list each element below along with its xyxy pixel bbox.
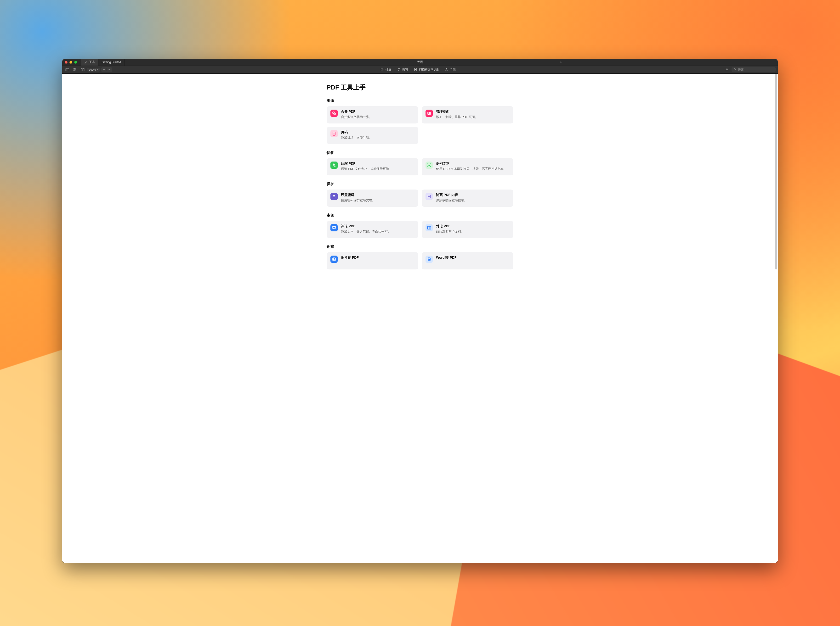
zoom-out-button[interactable]: − [101, 67, 107, 72]
share-button[interactable] [724, 67, 730, 72]
page-layout-button[interactable] [80, 67, 86, 72]
new-tab-button[interactable] [558, 60, 563, 65]
card-description: 使用 OCR 文本识别拷贝、搜索、高亮已扫描文本。 [436, 167, 507, 171]
svg-rect-20 [427, 226, 429, 229]
word-icon [425, 255, 433, 263]
search-input[interactable] [738, 68, 774, 71]
tool-card[interactable]: 对比 PDF两边对照两个文档。 [422, 221, 513, 238]
pages-icon [425, 110, 433, 117]
card-title: Word 转 PDF [436, 255, 456, 260]
page-title: PDF 工具上手 [327, 83, 513, 92]
content-area: PDF 工具上手 组织合并 PDF合并多张文档为一张。管理页面添加、删除、重排 … [62, 74, 778, 563]
svg-rect-14 [429, 112, 430, 114]
export-button[interactable]: 导出 [445, 67, 456, 72]
svg-rect-1 [74, 69, 74, 69]
card-body: 设置密码使用密码保护敏感文档。 [341, 193, 375, 203]
svg-rect-22 [333, 258, 336, 261]
tool-card[interactable]: 隐藏 PDF 内容涂黑或擦除敏感信息。 [422, 189, 513, 207]
scrollbar[interactable] [775, 74, 777, 562]
ocr-icon [425, 161, 433, 169]
merge-icon [330, 110, 338, 117]
card-description: 两边对照两个文档。 [436, 230, 464, 234]
svg-rect-3 [74, 70, 74, 71]
card-description: 涂黑或擦除敏感信息。 [436, 198, 467, 202]
tools-page: PDF 工具上手 组织合并 PDF合并多张文档为一张。管理页面添加、删除、重排 … [322, 74, 518, 279]
svg-rect-17 [333, 164, 335, 166]
sidebar-toggle-button[interactable] [64, 67, 71, 72]
section-title: 审阅 [327, 213, 513, 218]
scrollbar-thumb[interactable] [775, 74, 777, 269]
zoom-value: 100% [89, 68, 96, 71]
section-title: 优化 [327, 150, 513, 155]
compress-icon [330, 161, 338, 169]
card-description: 添加文本、嵌入笔记、在白边书写。 [341, 230, 391, 234]
toolbar-label: 扫描和文本识别 [419, 67, 439, 72]
card-description: 添加目录，方便导航。 [341, 135, 372, 140]
svg-rect-13 [428, 112, 429, 114]
card-title: 图片转 PDF [341, 255, 359, 260]
section-title: 组织 [327, 99, 513, 103]
svg-rect-9 [726, 70, 728, 71]
tab-strip: 工具 Getting Started [81, 59, 125, 66]
card-body: 隐藏 PDF 内容涂黑或擦除敏感信息。 [436, 193, 467, 203]
tool-card[interactable]: 管理页面添加、删除、重排 PDF 页面。 [422, 106, 513, 124]
export-icon [445, 68, 449, 72]
app-window: 工具 Getting Started 无题 100% ▾ [62, 59, 778, 563]
chevron-down-icon: ▾ [97, 69, 98, 71]
tool-card[interactable]: 3页码添加目录，方便导航。 [327, 127, 418, 144]
zoom-in-button[interactable]: + [107, 67, 112, 72]
tool-card[interactable]: Word 转 PDF [422, 252, 513, 269]
svg-rect-21 [429, 226, 431, 229]
card-title: 对比 PDF [436, 224, 464, 228]
minimize-window-button[interactable] [69, 61, 72, 64]
card-body: 图片转 PDF [341, 255, 359, 266]
scan-ocr-button[interactable]: 扫描和文本识别 [414, 67, 439, 72]
section-title: 保护 [327, 182, 513, 187]
card-body: 评论 PDF添加文本、嵌入笔记、在白边书写。 [341, 224, 391, 234]
edit-button[interactable]: 编辑 [397, 67, 408, 72]
svg-point-23 [333, 258, 334, 259]
svg-point-10 [734, 69, 736, 70]
card-title: 隐藏 PDF 内容 [436, 193, 467, 197]
tool-card[interactable]: 合并 PDF合并多张文档为一张。 [327, 106, 418, 124]
tool-card[interactable]: 识别文本使用 OCR 文本识别拷贝、搜索、高亮已扫描文本。 [422, 158, 513, 175]
titlebar: 工具 Getting Started 无题 [62, 59, 778, 66]
tools-icon [84, 61, 88, 64]
tool-card[interactable]: 压缩 PDF压缩 PDF 文件大小，多种质量可选。 [327, 158, 418, 175]
card-body: 管理页面添加、删除、重排 PDF 页面。 [436, 110, 478, 120]
svg-rect-5 [81, 69, 82, 71]
annotate-button[interactable]: 批注 [380, 67, 391, 72]
toolbar-label: 批注 [386, 67, 391, 72]
close-window-button[interactable] [64, 61, 68, 64]
zoom-select[interactable]: 100% ▾ [87, 68, 100, 72]
scan-icon [414, 68, 418, 72]
thumbnails-button[interactable] [72, 67, 78, 72]
tool-card[interactable]: 设置密码使用密码保护敏感文档。 [327, 189, 418, 207]
tab-label: 工具 [89, 60, 95, 64]
tab-label: Getting Started [102, 61, 121, 64]
svg-text:3: 3 [334, 133, 334, 135]
card-grid: 压缩 PDF压缩 PDF 文件大小，多种质量可选。识别文本使用 OCR 文本识别… [327, 158, 513, 175]
svg-rect-6 [83, 69, 84, 71]
comment-icon [330, 224, 338, 232]
tab-tools[interactable]: 工具 [81, 59, 99, 66]
redact-icon [425, 193, 433, 200]
tool-card[interactable]: 图片转 PDF [327, 252, 418, 269]
search-icon [733, 68, 736, 71]
card-title: 评论 PDF [341, 224, 391, 228]
tool-card[interactable]: 评论 PDF添加文本、嵌入笔记、在白边书写。 [327, 221, 418, 238]
card-grid: 合并 PDF合并多张文档为一张。管理页面添加、删除、重排 PDF 页面。3页码添… [327, 106, 513, 144]
compare-icon [425, 224, 433, 232]
card-description: 压缩 PDF 文件大小，多种质量可选。 [341, 167, 392, 171]
window-controls [64, 61, 77, 64]
toolbar-label: 编辑 [402, 67, 408, 72]
card-title: 压缩 PDF [341, 161, 392, 166]
annotate-icon [380, 68, 384, 72]
card-grid: 图片转 PDFWord 转 PDF [327, 252, 513, 269]
card-body: 识别文本使用 OCR 文本识别拷贝、搜索、高亮已扫描文本。 [436, 161, 507, 172]
search-field[interactable] [732, 67, 776, 72]
fullscreen-window-button[interactable] [74, 61, 77, 64]
tab-getting-started[interactable]: Getting Started [99, 59, 125, 66]
card-title: 识别文本 [436, 161, 507, 166]
card-body: 合并 PDF合并多张文档为一张。 [341, 110, 372, 120]
